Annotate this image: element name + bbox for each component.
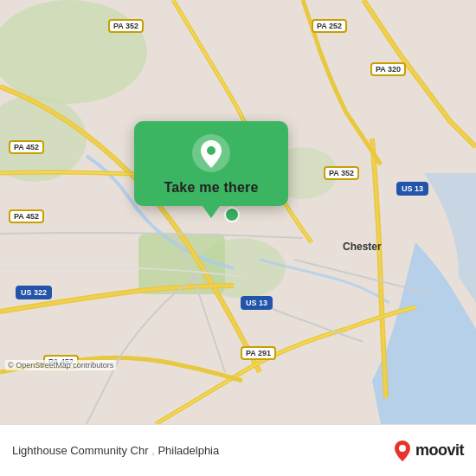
svg-point-6 — [225, 208, 239, 222]
osm-credit: © OpenStreetMap contributors — [5, 360, 116, 370]
svg-point-8 — [207, 146, 215, 155]
svg-point-9 — [399, 445, 406, 452]
road-badge-pa352-mid: PA 352 — [324, 166, 359, 180]
road-badge-pa291: PA 291 — [241, 346, 276, 360]
road-badge-pa352-top: PA 352 — [108, 19, 144, 33]
location-city: Philadelphia — [158, 444, 219, 457]
map-container: PA 352 PA 252 PA 320 PA 452 PA 452 PA 35… — [0, 0, 476, 424]
popup-label: Take me there — [164, 180, 258, 196]
chester-label: Chester — [343, 241, 382, 253]
road-badge-pa452-left: PA 452 — [9, 140, 44, 154]
road-badge-pa452-mid: PA 452 — [9, 209, 44, 223]
location-name-text: Lighthouse Community Chr — [12, 444, 149, 457]
road-badge-pa252: PA 252 — [312, 19, 347, 33]
moovit-pin-icon — [393, 440, 412, 462]
road-badge-us322: US 322 — [16, 286, 52, 299]
location-pin-icon — [191, 133, 231, 173]
road-badge-pa320: PA 320 — [370, 62, 406, 76]
moovit-label-text: moovit — [415, 441, 464, 460]
road-badge-us13-right: US 13 — [396, 182, 428, 196]
bottom-bar: Lighthouse Community Chr , Philadelphia … — [0, 424, 476, 476]
road-badge-us13-bot: US 13 — [241, 296, 273, 310]
moovit-logo: moovit — [393, 440, 464, 462]
popup-card[interactable]: Take me there — [134, 121, 288, 206]
